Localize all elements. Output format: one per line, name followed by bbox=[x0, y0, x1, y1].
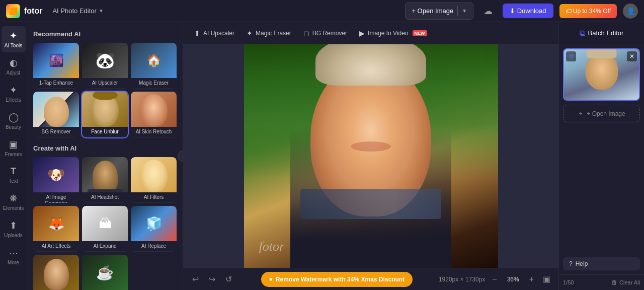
tool-card-replace[interactable]: 🧊 AI Replace bbox=[131, 206, 177, 252]
canvas-area: ⬆ AI Upscaler ✦ Magic Eraser ◻ BG Remove… bbox=[183, 22, 558, 290]
image-to-video-label: Image to Video bbox=[368, 30, 409, 37]
ai-upscaler-button[interactable]: ⬆ AI Upscaler bbox=[189, 26, 239, 40]
sidebar-item-elements[interactable]: ❋ Elements bbox=[2, 189, 26, 215]
left-sidebar: ✦ AI Tools ◐ Adjust ✦ Effects ◯ Beauty ▣… bbox=[0, 22, 27, 290]
elements-icon: ❋ bbox=[10, 193, 17, 204]
sidebar-item-adjust[interactable]: ◐ Adjust bbox=[2, 53, 26, 80]
promo-button[interactable]: 🏷 Up to 34% Off bbox=[559, 4, 617, 18]
layers-icon: ⧉ bbox=[566, 51, 576, 61]
watermark: fotor bbox=[259, 239, 285, 254]
tool-card-imggen[interactable]: 🐶 AI Image Generator bbox=[33, 157, 79, 203]
delete-image-button[interactable]: ✕ bbox=[627, 51, 637, 61]
ai-upscaler-label: AI Upscaler bbox=[203, 30, 234, 37]
right-panel-footer: 1/50 🗑 Clear All bbox=[559, 274, 644, 290]
tool-card-label-replace: AI Replace bbox=[131, 241, 177, 251]
create-tools-grid: 🐶 AI Image Generator AI Headshot AI Filt… bbox=[33, 157, 177, 290]
image-to-video-button[interactable]: ▶ Image to Video NEW bbox=[354, 26, 432, 40]
add-image-label: + Open Image bbox=[587, 110, 625, 117]
magic-eraser-button[interactable]: ✦ Magic Eraser bbox=[242, 26, 296, 40]
bg-remover-label: BG Remover bbox=[312, 30, 347, 37]
ai-tools-icon: ✦ bbox=[10, 30, 17, 41]
app-name-button[interactable]: AI Photo Editor ▼ bbox=[48, 5, 107, 17]
tool-card-label-expand: AI Expand bbox=[82, 241, 128, 251]
tool-card-img-arteffects: 🦊 bbox=[33, 206, 79, 241]
batch-editor-label: Batch Editor bbox=[588, 29, 624, 37]
add-image-button[interactable]: ＋ + Open Image bbox=[563, 105, 640, 122]
logo-text: fotor bbox=[24, 7, 42, 16]
download-button[interactable]: ⬇ Download bbox=[503, 4, 553, 18]
open-image-arrow-icon: ▼ bbox=[462, 8, 467, 14]
tool-card-label-skinretouch: AI Skin Retouch bbox=[131, 127, 177, 137]
open-image-label: + Open Image bbox=[412, 7, 453, 15]
user-icon: 👤 bbox=[626, 7, 635, 15]
tool-card-eraser[interactable]: 🏠 Magic Eraser bbox=[131, 43, 177, 89]
zoom-out-button[interactable]: − bbox=[489, 274, 500, 285]
bg-remover-button[interactable]: ◻ BG Remover bbox=[298, 26, 352, 40]
cloud-icon: ☁ bbox=[484, 6, 493, 16]
tool-card-headshot[interactable]: AI Headshot bbox=[82, 157, 128, 203]
sidebar-item-uploads[interactable]: ⬆ Uploads bbox=[2, 216, 26, 242]
more-icon: ⋯ bbox=[9, 247, 18, 258]
canvas-container: fotor bbox=[183, 44, 558, 268]
view-toggle-button[interactable]: ▣ bbox=[541, 272, 552, 286]
text-icon: T bbox=[11, 166, 16, 177]
sidebar-label-effects: Effects bbox=[6, 97, 21, 103]
sidebar-item-more[interactable]: ⋯ More bbox=[2, 243, 26, 269]
open-image-button[interactable]: + Open Image ▼ bbox=[405, 3, 473, 20]
remove-watermark-button[interactable]: ♥ Remove Watermark with 34% Xmas Discoun… bbox=[261, 272, 413, 287]
tool-card-filters[interactable]: AI Filters bbox=[131, 157, 177, 203]
sidebar-item-text[interactable]: T Text bbox=[2, 162, 26, 188]
create-section-title: Create with AI bbox=[33, 144, 177, 152]
download-label: ⬇ Download bbox=[510, 7, 546, 15]
tool-card-1tap[interactable]: 🌆 1-Tap Enhance bbox=[33, 43, 79, 89]
reset-button[interactable]: ↺ bbox=[222, 272, 235, 286]
tool-card-img-filters bbox=[131, 157, 177, 192]
frames-icon: ▣ bbox=[9, 139, 18, 150]
sidebar-item-beauty[interactable]: ◯ Beauty bbox=[2, 108, 26, 134]
sidebar-label-beauty: Beauty bbox=[6, 124, 21, 130]
add-icon: ＋ bbox=[578, 109, 584, 118]
tools-panel: Recommend AI 🌆 1-Tap Enhance 🐼 AI Upscal… bbox=[27, 22, 183, 290]
topbar: 🟧 fotor AI Photo Editor ▼ + Open Image ▼… bbox=[0, 0, 644, 22]
upscaler-icon: ⬆ bbox=[194, 29, 200, 37]
clear-all-button[interactable]: 🗑 Clear All bbox=[611, 279, 640, 286]
sidebar-item-ai-tools[interactable]: ✦ AI Tools bbox=[2, 26, 26, 52]
tool-card-img-imggen: 🐶 bbox=[33, 157, 79, 192]
image-dimensions: 1920px × 1730px bbox=[439, 276, 485, 283]
sidebar-label-adjust: Adjust bbox=[7, 70, 21, 76]
logo-area: 🟧 fotor bbox=[6, 4, 42, 18]
bottom-right-controls: 1920px × 1730px − 36% + ▣ bbox=[439, 272, 552, 286]
tool-card-img-upscaler: 🐼 bbox=[82, 43, 128, 78]
zoom-in-button[interactable]: + bbox=[526, 274, 537, 285]
sidebar-item-frames[interactable]: ▣ Frames bbox=[2, 135, 26, 161]
tool-card-img-headshot bbox=[82, 157, 128, 192]
redo-button[interactable]: ↪ bbox=[206, 272, 218, 286]
tool-card-person[interactable] bbox=[33, 255, 79, 290]
bg-remover-icon: ◻ bbox=[303, 29, 309, 37]
help-button[interactable]: ? Help bbox=[563, 257, 640, 270]
chevron-down-icon: ▼ bbox=[99, 8, 104, 14]
tool-card-img-eraser: 🏠 bbox=[131, 43, 177, 78]
app-name-label: AI Photo Editor bbox=[52, 7, 96, 15]
tool-card-faceunblur[interactable]: Face Unblur bbox=[82, 92, 128, 137]
tool-card-expand[interactable]: 🏔 AI Expand bbox=[82, 206, 128, 252]
tool-card-upscaler[interactable]: 🐼 AI Upscaler bbox=[82, 43, 128, 89]
collapse-panel-button[interactable]: ‹ bbox=[178, 151, 183, 162]
eraser-icon: ✦ bbox=[247, 29, 253, 37]
batch-icon: ⧉ bbox=[580, 29, 585, 38]
tool-card-img-1tap: 🌆 bbox=[33, 43, 79, 78]
undo-button[interactable]: ↩ bbox=[189, 272, 202, 286]
tool-card-img-faceunblur bbox=[82, 92, 128, 127]
tool-card-skinretouch[interactable]: AI Skin Retouch bbox=[131, 92, 177, 137]
user-avatar[interactable]: 👤 bbox=[623, 4, 638, 19]
promo-label: 🏷 Up to 34% Off bbox=[566, 8, 611, 15]
tool-card-bgremove[interactable]: BG Remover bbox=[33, 92, 79, 137]
tool-card-drink[interactable]: ☕ bbox=[82, 255, 128, 290]
sidebar-item-effects[interactable]: ✦ Effects bbox=[2, 81, 26, 107]
sidebar-label-frames: Frames bbox=[5, 152, 22, 157]
cloud-button[interactable]: ☁ bbox=[479, 4, 497, 19]
right-panel-content: ✕ ⧉ ＋ + Open Image bbox=[559, 44, 644, 153]
tool-card-arteffects[interactable]: 🦊 AI Art Effects bbox=[33, 206, 79, 252]
batch-editor-button[interactable]: ⧉ Batch Editor bbox=[580, 29, 624, 38]
uploads-icon: ⬆ bbox=[10, 220, 17, 231]
